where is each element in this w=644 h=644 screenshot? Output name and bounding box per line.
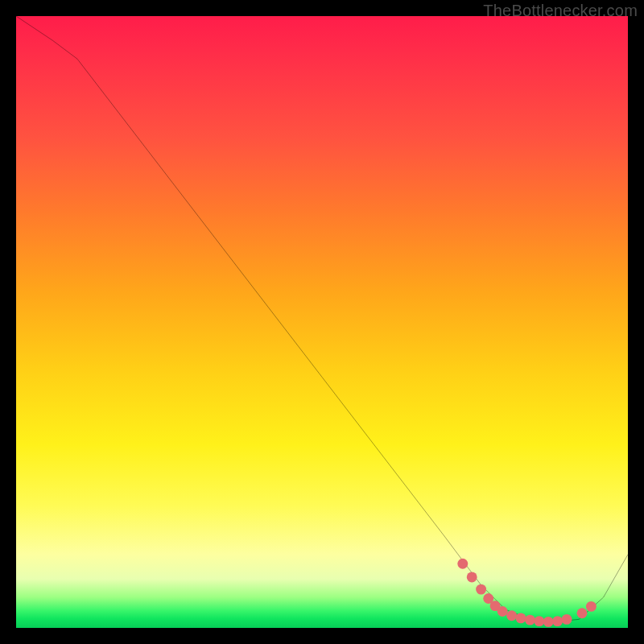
data-marker bbox=[516, 613, 526, 623]
bottleneck-curve bbox=[16, 16, 628, 621]
marker-group bbox=[457, 559, 597, 627]
data-marker bbox=[562, 614, 572, 625]
data-marker bbox=[467, 572, 477, 582]
data-marker bbox=[476, 584, 486, 595]
plot-area bbox=[16, 16, 628, 628]
data-marker bbox=[525, 615, 535, 625]
data-marker bbox=[577, 608, 588, 618]
data-marker bbox=[506, 610, 517, 621]
chart-frame: TheBottlenecker.com bbox=[0, 0, 644, 644]
data-marker bbox=[457, 559, 468, 569]
data-marker bbox=[552, 616, 563, 626]
curve-layer bbox=[16, 16, 628, 628]
data-marker bbox=[497, 606, 508, 617]
data-marker bbox=[534, 616, 544, 626]
data-marker bbox=[586, 601, 597, 612]
watermark-text: TheBottlenecker.com bbox=[483, 2, 638, 20]
data-marker bbox=[543, 617, 554, 627]
